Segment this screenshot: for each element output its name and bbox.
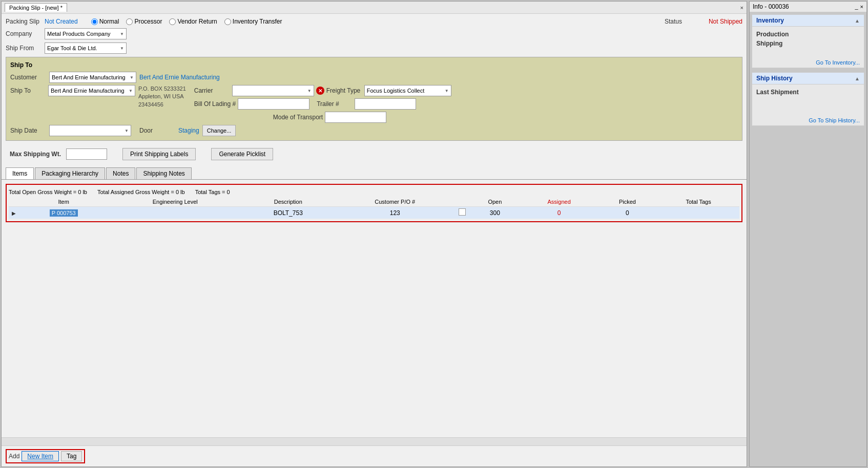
ship-from-dropdown-arrow: ▼ [120, 46, 124, 51]
side-panel: Info - 000036 _ × Inventory ▲ Production… [749, 1, 867, 467]
ship-history-last-shipment: Last Shipment [756, 88, 860, 97]
ship-from-dropdown[interactable]: Egar Tool & Die Ltd. ▼ [45, 42, 127, 54]
inventory-section: Inventory ▲ Production Shipping Go To In… [752, 14, 864, 68]
tab-items[interactable]: Items [6, 167, 34, 179]
horizontal-scrollbar[interactable] [2, 437, 747, 445]
bill-of-lading-input[interactable] [238, 98, 309, 110]
totals-row: Total Open Gross Weight = 0 lb Total Ass… [9, 187, 739, 197]
print-labels-btn[interactable]: Print Shipping Labels [122, 148, 196, 160]
generate-picklist-btn[interactable]: Generate Picklist [211, 148, 273, 160]
ship-to-dropdown-arrow: ▼ [129, 89, 133, 93]
company-value: Metal Products Company [47, 31, 111, 37]
carrier-clear-btn[interactable]: ✕ [316, 87, 324, 95]
radio-processor[interactable]: Processor [126, 18, 162, 25]
customer-dropdown-arrow: ▼ [130, 75, 134, 80]
picked-cell: 0 [597, 207, 657, 219]
col-header-eng: Engineering Level [108, 197, 242, 207]
inventory-item-shipping: Shipping [756, 39, 860, 48]
col-header-tags: Total Tags [657, 197, 739, 207]
radio-inventory-transfer[interactable]: Inventory Transfer [224, 18, 282, 25]
company-dropdown[interactable]: Metal Products Company ▼ [45, 28, 127, 39]
bill-of-lading-label: Bill Of Lading # [194, 100, 236, 108]
customer-link[interactable]: Bert And Ernie Manufacturing [139, 74, 220, 81]
company-dropdown-arrow: ▼ [120, 32, 124, 36]
eng-level-cell [108, 207, 242, 219]
ship-to-row-label: Ship To [10, 87, 46, 94]
address-zip: 23434456 [138, 101, 186, 109]
change-btn[interactable]: Change... [202, 125, 236, 136]
ship-date-dropdown-arrow: ▼ [125, 129, 129, 133]
assigned-cell: 0 [521, 207, 597, 219]
freight-type-value: Focus Logistics Collect [367, 88, 425, 94]
tab-notes[interactable]: Notes [106, 167, 135, 179]
inventory-header-label: Inventory [756, 17, 784, 24]
inventory-item-production: Production [756, 30, 860, 39]
max-weight-label: Max Shipping Wt. [10, 151, 61, 158]
max-weight-input[interactable] [66, 148, 107, 160]
new-item-btn[interactable]: New Item [22, 451, 59, 461]
status-value: Not Shipped [709, 18, 742, 25]
side-panel-minimize[interactable]: _ [855, 4, 858, 10]
tab-modified: * [60, 5, 63, 11]
radio-vendor-return[interactable]: Vendor Return [169, 18, 217, 25]
ship-from-label: Ship From [6, 45, 42, 52]
radio-normal[interactable]: Normal [91, 18, 119, 25]
tab-shipping-notes[interactable]: Shipping Notes [136, 167, 191, 179]
ship-date-label: Ship Date [10, 127, 46, 134]
address-line1: P.O. BOX 5233321 [138, 85, 186, 93]
tab-packaging-hierarchy[interactable]: Packaging Hierarchy [35, 167, 105, 179]
mode-of-transport-input[interactable] [325, 112, 386, 123]
ship-history-header-label: Ship History [756, 75, 793, 82]
ship-to-title: Ship To [10, 61, 738, 69]
ship-date-dropdown[interactable]: ▼ [49, 125, 131, 136]
freight-type-dropdown-arrow: ▼ [445, 89, 449, 93]
customer-label: Customer [10, 74, 46, 81]
bottom-controls: Max Shipping Wt. Print Shipping Labels G… [6, 145, 742, 163]
ship-to-dropdown[interactable]: Bert And Ernie Manufacturing ▼ [48, 85, 135, 96]
ship-history-section-header[interactable]: Ship History ▲ [752, 73, 864, 84]
freight-type-dropdown[interactable]: Focus Logistics Collect ▼ [364, 85, 451, 96]
trailer-label: Trailer # [317, 100, 353, 108]
side-panel-close[interactable]: × [860, 4, 863, 10]
inventory-section-body: Production Shipping [752, 27, 864, 57]
inventory-section-header[interactable]: Inventory ▲ [752, 15, 864, 27]
items-border: Total Open Gross Weight = 0 lb Total Ass… [6, 184, 742, 222]
carrier-label: Carrier [194, 87, 230, 94]
col-header-item: Item [19, 197, 108, 207]
inventory-collapse-icon[interactable]: ▲ [855, 18, 860, 24]
carrier-dropdown[interactable]: ▼ [232, 85, 314, 96]
close-btn[interactable]: × [740, 5, 743, 11]
title-bar: Packing Slip - [new] * × [2, 2, 747, 14]
table-row[interactable]: ▶ P 000753 BOLT_753 123 300 0 0 [9, 207, 739, 219]
door-value[interactable]: Staging [178, 127, 199, 134]
go-to-inventory-link[interactable]: Go To Inventory... [752, 57, 864, 68]
col-header-open: Open [469, 197, 521, 207]
desc-cell: BOLT_753 [242, 207, 334, 219]
company-label: Company [6, 30, 42, 37]
customer-dropdown-value: Bert And Ernie Manufacturing [52, 74, 126, 80]
tags-cell [657, 207, 739, 219]
tabs-bar: Items Packaging Hierarchy Notes Shipping… [2, 167, 747, 180]
trailer-input[interactable] [355, 98, 416, 110]
ship-history-collapse-icon[interactable]: ▲ [855, 76, 860, 81]
packing-slip-status: Not Created [45, 18, 78, 25]
col-header-assigned: Assigned [521, 197, 597, 207]
total-assigned-gross: Total Assigned Gross Weight = 0 lb [97, 189, 185, 195]
freight-type-label: Freight Type [326, 87, 362, 94]
go-to-ship-history-link[interactable]: Go To Ship History... [752, 115, 864, 125]
expand-arrow[interactable]: ▶ [12, 210, 16, 216]
item-code[interactable]: P 000753 [50, 209, 78, 217]
col-header-po: Customer P/O # [334, 197, 456, 207]
row-checkbox[interactable] [459, 208, 466, 216]
tag-btn[interactable]: Tag [61, 451, 82, 461]
po-cell: 123 [334, 207, 456, 219]
mode-of-transport-label: Mode of Transport [273, 114, 323, 121]
ship-history-section-body: Last Shipment [752, 84, 864, 115]
total-tags: Total Tags = 0 [195, 189, 230, 195]
side-panel-title: Info - 000036 [753, 3, 789, 10]
radio-group: Normal Processor Vendor Return Inventory… [91, 18, 282, 25]
window-tab[interactable]: Packing Slip - [new] * [5, 3, 67, 12]
total-open-gross: Total Open Gross Weight = 0 lb [9, 189, 87, 195]
address-city: Appleton, WI USA [138, 93, 186, 100]
customer-dropdown[interactable]: Bert And Ernie Manufacturing ▼ [49, 72, 136, 83]
